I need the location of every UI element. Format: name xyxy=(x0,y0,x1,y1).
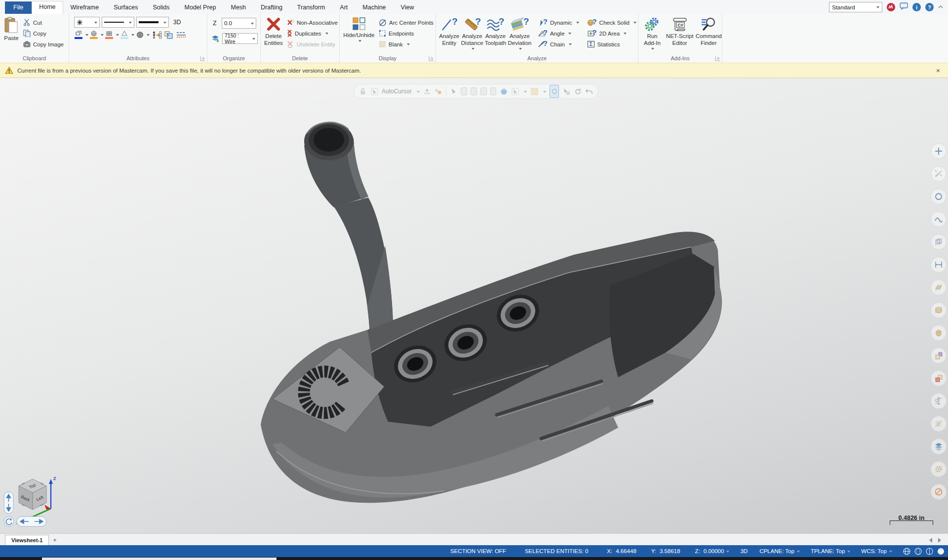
qm-groups-button[interactable] xyxy=(931,370,947,386)
arc-center-points-button[interactable]: Arc Center Points xyxy=(377,17,435,28)
solid-color-button[interactable] xyxy=(89,31,98,39)
pan-horizontal-control[interactable] xyxy=(17,517,46,526)
viewsheet-tab[interactable]: Viewsheet-1 xyxy=(5,535,49,545)
qm-mesh-button[interactable] xyxy=(931,461,947,477)
section-view-status[interactable]: SECTION VIEW: OFF xyxy=(450,548,506,554)
material-button[interactable] xyxy=(135,31,144,39)
endpoints-button[interactable]: Endpoints xyxy=(377,28,435,39)
active-selection-mode-button[interactable] xyxy=(550,85,559,98)
tab-transform[interactable]: Transform xyxy=(290,1,333,14)
cplane-selector[interactable]: CPLANE: Top xyxy=(759,548,800,554)
copy-image-button[interactable]: Copy Image xyxy=(22,39,65,49)
line-style-select[interactable] xyxy=(102,17,134,28)
chevron-down-icon[interactable] xyxy=(524,91,527,94)
surface-color-button[interactable] xyxy=(105,31,114,39)
outline-shading-icon[interactable] xyxy=(926,548,933,555)
pan-vertical-control[interactable] xyxy=(4,492,13,514)
lock-icon[interactable] xyxy=(359,87,367,95)
analyze-distance-button[interactable]: ? Analyze Distance xyxy=(461,16,484,50)
qm-sheet-solids-button[interactable] xyxy=(931,302,947,318)
tab-drafting[interactable]: Drafting xyxy=(253,1,290,14)
analyze-entity-button[interactable]: ? Analyze Entity xyxy=(438,16,461,47)
check-solid-button[interactable]: ? Check Solid xyxy=(586,17,638,28)
analyze-deviation-button[interactable]: ? Analyze Deviation xyxy=(507,16,532,50)
my-mastercam-icon[interactable] xyxy=(887,3,895,11)
mesh-color-button[interactable] xyxy=(120,31,129,39)
line-dashes-icon[interactable] xyxy=(176,31,186,39)
select-polygon-icon[interactable] xyxy=(480,87,487,95)
analyze-dynamic-button[interactable]: ? Dynamic xyxy=(536,17,581,28)
tab-art[interactable]: Art xyxy=(332,1,355,14)
analyze-angle-button[interactable]: ? Angle xyxy=(536,28,581,39)
copy-button[interactable]: Copy xyxy=(22,28,65,39)
qm-solids-button[interactable] xyxy=(931,325,947,341)
tplane-selector[interactable]: TPLANE: Top xyxy=(811,548,850,554)
qm-drafting-button[interactable] xyxy=(931,393,947,409)
statistics-button[interactable]: Σ Statistics xyxy=(586,39,638,49)
qm-solid-bodies-button[interactable] xyxy=(931,348,947,363)
feedback-icon[interactable] xyxy=(900,2,908,12)
qm-clear-mask-button[interactable] xyxy=(931,484,947,500)
scroll-sheets-left-icon[interactable] xyxy=(929,538,932,543)
levels-icon[interactable] xyxy=(211,35,220,42)
cursor-z-readout[interactable]: Z:0.00000 xyxy=(695,548,730,554)
autocursor-select-icon[interactable] xyxy=(370,87,378,95)
select-arrow-icon[interactable] xyxy=(449,87,457,95)
point-style-select[interactable] xyxy=(74,17,100,28)
help-icon[interactable]: ? xyxy=(925,3,934,11)
area-2d-button[interactable]: ? 2D Area xyxy=(586,28,638,39)
qm-wireframe-button[interactable] xyxy=(931,234,947,250)
level-select[interactable]: 7150 : Wire xyxy=(222,33,258,44)
undelete-entity-button[interactable]: Undelete Entity xyxy=(285,39,339,49)
shaded-icon[interactable] xyxy=(937,548,945,555)
rotate-view-control[interactable] xyxy=(4,517,14,526)
command-finder-button[interactable]: Command Finder xyxy=(695,16,722,47)
qm-surfaces-button[interactable] xyxy=(931,280,947,295)
mode-toggle[interactable]: 3D xyxy=(740,548,748,554)
qm-labels-button[interactable] xyxy=(931,416,947,432)
wireframe-color-button[interactable] xyxy=(74,31,83,39)
match-attributes-icon[interactable] xyxy=(164,31,173,39)
reselect-icon[interactable] xyxy=(574,87,582,95)
qm-splines-button[interactable] xyxy=(931,211,947,227)
duplicates-button[interactable]: Duplicates xyxy=(285,28,339,39)
blank-button[interactable]: Blank xyxy=(377,39,435,49)
set-attributes-icon[interactable] xyxy=(153,31,162,39)
xyz-entry-icon[interactable] xyxy=(423,87,431,95)
qm-endpoints-button[interactable] xyxy=(931,166,947,182)
qm-points-button[interactable] xyxy=(931,143,947,159)
graphics-viewport[interactable]: AutoCursor xyxy=(0,78,948,533)
chevron-down-icon[interactable] xyxy=(417,91,420,94)
chevron-down-icon[interactable] xyxy=(543,91,546,94)
hide-unhide-button[interactable]: Hide/Unhide xyxy=(342,16,376,42)
tab-view[interactable]: View xyxy=(394,1,422,14)
view-gizmo[interactable]: Top Back Left Z xyxy=(2,473,67,533)
select-all-icon[interactable] xyxy=(511,87,519,95)
z-depth-input[interactable]: 0.0 xyxy=(222,18,256,29)
collapse-ribbon-icon[interactable] xyxy=(938,5,943,9)
tab-wireframe[interactable]: Wireframe xyxy=(63,1,107,14)
select-mode-icon[interactable] xyxy=(461,87,467,95)
analyze-chain-button[interactable]: ? Chain xyxy=(536,39,581,49)
wireframe-shading-icon[interactable] xyxy=(903,548,910,555)
add-viewsheet-button[interactable]: + xyxy=(49,535,60,545)
validate-selection-icon[interactable] xyxy=(562,87,570,95)
banner-close-icon[interactable]: × xyxy=(933,67,943,75)
non-associative-button[interactable]: Non-Associative xyxy=(285,17,339,28)
paste-button[interactable]: Paste xyxy=(4,16,19,42)
workspace-select[interactable]: Standard xyxy=(829,2,882,12)
tab-machine[interactable]: Machine xyxy=(355,1,393,14)
qm-arcs-button[interactable] xyxy=(931,189,947,204)
tab-home[interactable]: Home xyxy=(32,1,63,14)
autocursor-label[interactable]: AutoCursor xyxy=(382,88,412,95)
tab-model-prep[interactable]: Model Prep xyxy=(177,1,224,14)
hidden-wireframe-shading-icon[interactable] xyxy=(914,548,922,555)
select-solids-icon[interactable] xyxy=(500,87,508,95)
qm-levels-button[interactable] xyxy=(931,439,947,454)
net-script-editor-button[interactable]: C# NET-Script Editor xyxy=(665,16,694,47)
undo-selection-icon[interactable] xyxy=(585,87,593,95)
point-entry-icon[interactable] xyxy=(434,87,442,95)
wcs-selector[interactable]: WCS: Top xyxy=(861,548,892,554)
tab-solids[interactable]: Solids xyxy=(146,1,177,14)
line-width-select[interactable] xyxy=(136,17,169,28)
